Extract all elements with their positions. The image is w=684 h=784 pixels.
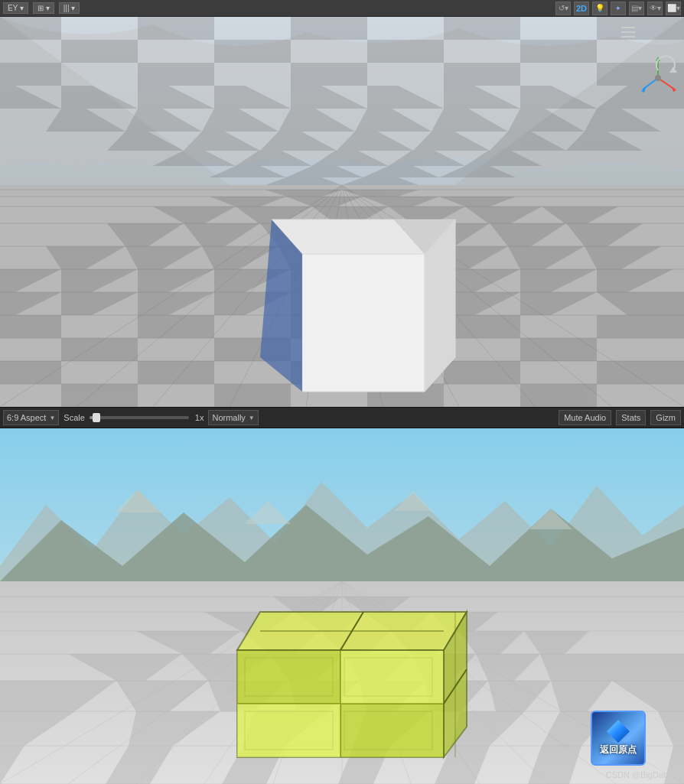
scene-view <box>0 17 684 407</box>
mute-audio-button[interactable]: Mute Audio <box>559 410 611 425</box>
svg-marker-135 <box>61 40 138 63</box>
svg-marker-78 <box>138 315 214 338</box>
scale-slider[interactable] <box>90 416 189 419</box>
aspect-arrow-icon: ▼ <box>49 415 55 421</box>
svg-marker-85 <box>520 338 597 361</box>
svg-marker-131 <box>138 63 214 86</box>
display-dropdown[interactable]: Normally ▼ <box>208 410 258 425</box>
watermark: CSDN @BigData-0 <box>606 770 678 779</box>
svg-marker-144 <box>302 254 425 392</box>
gizmo-button[interactable]: Gizm <box>650 410 681 425</box>
eye-icon[interactable]: 👁▾ <box>647 2 663 15</box>
game-view: 返回原点 CSDN @BigData-0 <box>0 428 684 784</box>
svg-marker-81 <box>597 315 684 338</box>
aspect-dropdown[interactable]: 6:9 Aspect ▼ <box>3 410 59 425</box>
svg-marker-137 <box>367 40 444 63</box>
refresh-icon[interactable]: ↺▾ <box>555 2 571 15</box>
aspect-label: 6:9 Aspect <box>7 413 46 422</box>
svg-marker-235 <box>340 650 444 704</box>
svg-marker-134 <box>597 63 684 86</box>
svg-marker-236 <box>237 704 340 757</box>
svg-marker-90 <box>597 361 684 384</box>
svg-marker-86 <box>0 361 61 384</box>
svg-marker-234 <box>340 704 444 757</box>
light-icon[interactable]: 💡 <box>592 2 607 15</box>
layers-icon[interactable]: ▤▾ <box>629 2 644 15</box>
display-arrow-icon: ▼ <box>249 415 255 421</box>
scene-canvas <box>0 17 684 407</box>
toolbar-right: ↺▾ 2D 💡 ✦ ▤▾ 👁▾ ⬜▾ <box>555 2 681 15</box>
svg-marker-140 <box>138 17 214 40</box>
svg-marker-94 <box>520 384 597 407</box>
svg-marker-233 <box>237 650 340 704</box>
svg-marker-136 <box>214 40 291 63</box>
svg-marker-77 <box>0 315 61 338</box>
svg-marker-130 <box>0 63 61 86</box>
scale-slider-handle[interactable] <box>93 413 100 422</box>
svg-marker-139 <box>0 17 61 40</box>
display-label: Normally <box>212 413 245 422</box>
toolbar-btn-bars[interactable]: ||| ▾ <box>59 2 80 14</box>
toolbar-btn-ey[interactable]: EY ▾ <box>3 2 28 14</box>
scale-value: 1x <box>195 413 204 422</box>
stats-button[interactable]: Stats <box>616 410 646 425</box>
return-btn-label: 返回原点 <box>600 744 637 756</box>
svg-marker-142 <box>444 17 520 40</box>
svg-marker-89 <box>444 361 520 384</box>
return-to-origin-button[interactable]: 返回原点 <box>591 711 646 766</box>
aspect-icon[interactable]: ⬜▾ <box>666 2 681 15</box>
svg-marker-82 <box>61 338 138 361</box>
scale-label: Scale <box>64 413 85 422</box>
svg-marker-133 <box>444 63 520 86</box>
svg-marker-143 <box>597 17 684 40</box>
toolbar-btn-grid[interactable]: ⊞ ▾ <box>33 2 54 14</box>
top-toolbar: EY ▾ ⊞ ▾ ||| ▾ ↺▾ 2D 💡 ✦ ▤▾ 👁▾ ⬜▾ <box>0 0 684 17</box>
2d-button[interactable]: 2D <box>574 2 589 15</box>
svg-marker-92 <box>214 384 291 407</box>
mid-toolbar: 6:9 Aspect ▼ Scale 1x Normally ▼ Mute Au… <box>0 407 684 428</box>
svg-point-155 <box>655 75 661 81</box>
gem-icon <box>607 720 630 743</box>
svg-marker-87 <box>138 361 214 384</box>
fx-icon[interactable]: ✦ <box>611 2 626 15</box>
game-canvas <box>0 428 684 784</box>
svg-marker-132 <box>291 63 367 86</box>
svg-marker-91 <box>61 384 138 407</box>
svg-marker-138 <box>520 40 597 63</box>
svg-marker-141 <box>291 17 367 40</box>
